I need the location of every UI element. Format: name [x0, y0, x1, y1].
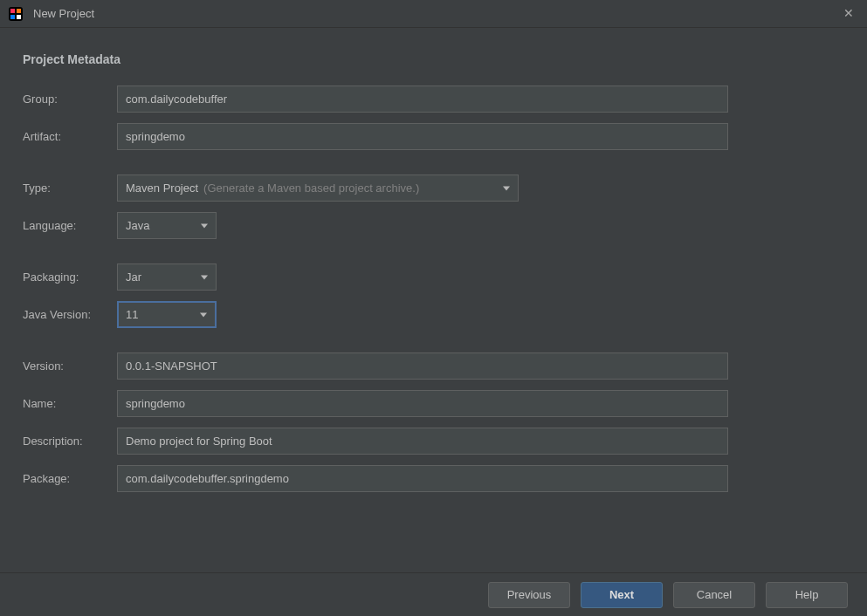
artifact-field[interactable] — [117, 123, 728, 150]
row-type: Type: Maven Project (Generate a Maven ba… — [23, 175, 844, 202]
language-dropdown[interactable]: Java — [117, 212, 217, 239]
label-artifact: Artifact: — [23, 130, 117, 143]
chevron-down-icon — [201, 275, 208, 279]
version-field[interactable] — [117, 352, 728, 380]
row-description: Description: — [23, 428, 844, 455]
label-type: Type: — [23, 181, 117, 195]
row-group: Group: — [23, 86, 844, 113]
previous-button[interactable]: Previous — [488, 582, 570, 608]
svg-rect-1 — [10, 9, 15, 13]
group-field[interactable] — [117, 86, 728, 113]
row-package: Package: — [23, 465, 844, 492]
dialog-footer: Previous Next Cancel Help — [0, 572, 867, 616]
language-value: Java — [126, 219, 149, 232]
label-group: Group: — [23, 92, 117, 106]
svg-rect-2 — [17, 9, 21, 13]
type-value: Maven Project — [126, 181, 198, 195]
title-bar: New Project ✕ — [0, 0, 867, 28]
type-hint: (Generate a Maven based project archive.… — [203, 181, 419, 195]
row-packaging: Packaging: Jar — [23, 264, 844, 291]
label-package: Package: — [23, 472, 117, 485]
type-dropdown[interactable]: Maven Project (Generate a Maven based pr… — [117, 175, 519, 202]
close-icon[interactable]: ✕ — [843, 7, 855, 19]
label-name: Name: — [23, 397, 117, 410]
java-version-value: 11 — [126, 308, 138, 321]
description-field[interactable] — [117, 428, 728, 455]
cancel-button[interactable]: Cancel — [673, 582, 755, 608]
dialog-content: Project Metadata Group: Artifact: Type: … — [0, 28, 867, 492]
window-title: New Project — [33, 7, 94, 20]
chevron-down-icon — [503, 186, 510, 190]
chevron-down-icon — [200, 312, 207, 317]
svg-rect-3 — [10, 15, 15, 19]
label-description: Description: — [23, 435, 117, 448]
row-version: Version: — [23, 352, 844, 380]
section-title: Project Metadata — [23, 52, 844, 66]
name-field[interactable] — [117, 390, 728, 417]
label-version: Version: — [23, 359, 117, 373]
packaging-value: Jar — [126, 270, 141, 284]
chevron-down-icon — [201, 223, 208, 228]
label-language: Language: — [23, 219, 117, 232]
help-button[interactable]: Help — [766, 582, 848, 608]
app-icon — [9, 7, 23, 21]
svg-rect-4 — [17, 15, 21, 19]
label-packaging: Packaging: — [23, 270, 117, 284]
java-version-dropdown[interactable]: 11 — [117, 301, 217, 328]
row-artifact: Artifact: — [23, 123, 844, 150]
row-java-version: Java Version: 11 — [23, 301, 844, 328]
next-button[interactable]: Next — [581, 582, 663, 608]
row-language: Language: Java — [23, 212, 844, 239]
package-field[interactable] — [117, 465, 728, 492]
packaging-dropdown[interactable]: Jar — [117, 264, 217, 291]
label-java-version: Java Version: — [23, 308, 117, 321]
row-name: Name: — [23, 390, 844, 417]
